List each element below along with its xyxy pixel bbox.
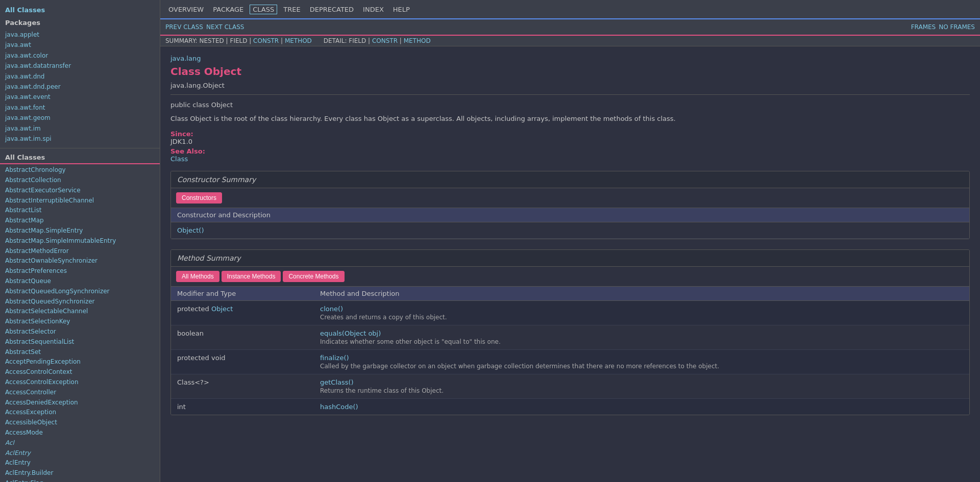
sidebar-class-abstractlist[interactable]: AbstractList [5, 206, 155, 216]
sidebar-class-abstractownablesynchronizer[interactable]: AbstractOwnableSynchronizer [5, 256, 155, 266]
finalize-type: protected void [177, 354, 320, 362]
instance-methods-tab[interactable]: Instance Methods [222, 271, 281, 282]
sidebar-pkg-java-awt-im[interactable]: java.awt.im [5, 123, 155, 134]
sidebar-class-abstractselectionkey[interactable]: AbstractSelectionKey [5, 317, 155, 327]
sidebar-pkg-java-awt-dnd[interactable]: java.awt.dnd [5, 71, 155, 82]
sidebar-class-abstractsequentiallist[interactable]: AbstractSequentialList [5, 337, 155, 347]
finalize-desc: finalize() Called by the garbage collect… [320, 354, 963, 370]
constructors-tab[interactable]: Constructors [176, 192, 222, 204]
sidebar-class-abstractinterruptiblechannel[interactable]: AbstractInterruptibleChannel [5, 196, 155, 206]
equals-sub-desc: Indicates whether some other object is "… [320, 338, 963, 345]
nav-link-overview[interactable]: OVERVIEW [165, 5, 207, 14]
packages-list: java.appletjava.awtjava.awt.colorjava.aw… [0, 29, 160, 145]
col-modifier-header: Modifier and Type [177, 290, 320, 297]
sidebar-class-aclentry[interactable]: AclEntry [5, 458, 155, 468]
sidebar-class-abstractset[interactable]: AbstractSet [5, 347, 155, 358]
constructor-table-header: Constructor and Description [171, 208, 969, 222]
method-summary-link[interactable]: METHOD [285, 37, 312, 44]
sidebar-class-abstractcollection[interactable]: AbstractCollection [5, 175, 155, 186]
sidebar-class-accesscontrolcontext[interactable]: AccessControlContext [5, 367, 155, 377]
sidebar-pkg-java-awt-event[interactable]: java.awt.event [5, 92, 155, 102]
clone-sub-desc: Creates and returns a copy of this objec… [320, 314, 963, 321]
sidebar-class-abstractpreferences[interactable]: AbstractPreferences [5, 266, 155, 276]
main-panel: OVERVIEWPACKAGECLASSTREEDEPRECATEDINDEXH… [160, 0, 980, 482]
sidebar-class-acl[interactable]: Acl [5, 438, 155, 448]
getclass-method-link[interactable]: getClass() [320, 378, 354, 386]
sidebar-class-abstractexecutorservice[interactable]: AbstractExecutorService [5, 186, 155, 196]
summary-navigation: SUMMARY: NESTED | FIELD | CONSTR | METHO… [160, 36, 980, 46]
sidebar-class-accessexception[interactable]: AccessException [5, 408, 155, 418]
nav-link-help[interactable]: HELP [390, 5, 413, 14]
getclass-sub-desc: Returns the runtime class of this Object… [320, 387, 963, 394]
class-title: Class Object [170, 65, 970, 78]
clone-method-link[interactable]: clone() [320, 305, 343, 313]
sidebar-class-accesscontroller[interactable]: AccessController [5, 388, 155, 398]
method-table-header: Modifier and Type Method and Description [171, 287, 969, 301]
second-navigation: PREV CLASS NEXT CLASS FRAMES NO FRAMES [160, 19, 980, 36]
sidebar-class-accessibleobject[interactable]: AccessibleObject [5, 418, 155, 428]
sidebar-class-abstractmap[interactable]: AbstractMap [5, 216, 155, 226]
sidebar-class-abstractmethoderror[interactable]: AbstractMethodError [5, 246, 155, 257]
sidebar-class-abstractchronology[interactable]: AbstractChronology [5, 165, 155, 175]
see-also-label: See Also: [170, 147, 205, 155]
sidebar-pkg-java-awt[interactable]: java.awt [5, 40, 155, 50]
method-summary-title: Method Summary [171, 250, 969, 267]
nav-link-class[interactable]: CLASS [250, 5, 277, 14]
top-navigation: OVERVIEWPACKAGECLASSTREEDEPRECATEDINDEXH… [160, 0, 980, 19]
method-row-clone: protected Object clone() Creates and ret… [171, 301, 969, 325]
sidebar-pkg-java-awt-font[interactable]: java.awt.font [5, 103, 155, 113]
clone-object-link[interactable]: Object [211, 305, 233, 313]
equals-method-link[interactable]: equals(Object obj) [320, 329, 381, 337]
sidebar-class-aclentry-builder[interactable]: AclEntry.Builder [5, 468, 155, 478]
sidebar-all-classes-top[interactable]: All Classes [0, 4, 160, 17]
sidebar-class-aclentry[interactable]: AclEntry [5, 448, 155, 459]
sidebar-class-abstractmap-simpleentry[interactable]: AbstractMap.SimpleEntry [5, 226, 155, 236]
package-breadcrumb[interactable]: java.lang [170, 55, 970, 62]
frames-link[interactable]: FRAMES [911, 23, 936, 31]
finalize-sub-desc: Called by the garbage collector on an ob… [320, 363, 963, 370]
next-class-link[interactable]: NEXT CLASS [206, 23, 244, 31]
sidebar-class-abstractmap-simpleimmutableentry[interactable]: AbstractMap.SimpleImmutableEntry [5, 236, 155, 246]
prev-class-link[interactable]: PREV CLASS [165, 23, 203, 31]
sidebar-class-aclentryflag[interactable]: AclEntryFlag [5, 478, 155, 482]
no-frames-link[interactable]: NO FRAMES [939, 23, 975, 31]
sidebar-pkg-java-awt-geom[interactable]: java.awt.geom [5, 113, 155, 123]
nav-link-tree[interactable]: TREE [280, 5, 303, 14]
class-hierarchy: java.lang.Object [170, 82, 970, 89]
sidebar-class-abstractqueuedsynchronizer[interactable]: AbstractQueuedSynchronizer [5, 297, 155, 307]
sidebar-class-abstractqueue[interactable]: AbstractQueue [5, 276, 155, 287]
hashcode-method-link[interactable]: hashCode() [320, 403, 358, 411]
finalize-method-link[interactable]: finalize() [320, 354, 349, 362]
sidebar-class-abstractqueuedlongsynchronizer[interactable]: AbstractQueuedLongSynchronizer [5, 287, 155, 297]
constr-detail-link[interactable]: CONSTR [372, 37, 398, 44]
main-content: java.lang Class Object java.lang.Object … [160, 46, 980, 482]
constr-summary-link[interactable]: CONSTR [253, 37, 279, 44]
sidebar-class-accessmode[interactable]: AccessMode [5, 428, 155, 438]
constructor-link-1[interactable]: Object() [177, 226, 204, 234]
sidebar-pkg-java-awt-datatransfer[interactable]: java.awt.datatransfer [5, 61, 155, 71]
nav-link-deprecated[interactable]: DEPRECATED [307, 5, 357, 14]
sidebar-pkg-java-awt-color[interactable]: java.awt.color [5, 50, 155, 61]
sidebar-class-abstractselectablechannel[interactable]: AbstractSelectableChannel [5, 307, 155, 317]
method-row-getclass: Class<?> getClass() Returns the runtime … [171, 374, 969, 399]
sidebar-pkg-java-awt-dnd-peer[interactable]: java.awt.dnd.peer [5, 82, 155, 92]
sidebar-class-acceptpendingexception[interactable]: AcceptPendingException [5, 357, 155, 367]
nav-link-index[interactable]: INDEX [360, 5, 387, 14]
sidebar-class-accessdeniedexception[interactable]: AccessDeniedException [5, 398, 155, 408]
method-row-hashcode: int hashCode() [171, 399, 969, 415]
sidebar-class-abstractselector[interactable]: AbstractSelector [5, 327, 155, 337]
method-detail-link[interactable]: METHOD [404, 37, 431, 44]
all-methods-tab[interactable]: All Methods [176, 271, 219, 282]
constructor-summary-box: Constructor Summary Constructors Constru… [170, 171, 970, 239]
equals-desc: equals(Object obj) Indicates whether som… [320, 329, 963, 345]
sidebar-pkg-java-awt-im-spi[interactable]: java.awt.im.spi [5, 134, 155, 144]
concrete-methods-tab[interactable]: Concrete Methods [283, 271, 344, 282]
sidebar-class-accesscontrolexception[interactable]: AccessControlException [5, 377, 155, 388]
sidebar-all-classes-mid[interactable]: All Classes [0, 151, 160, 163]
nav-link-package[interactable]: PACKAGE [210, 5, 247, 14]
see-also-value[interactable]: Class [170, 155, 188, 163]
method-summary-box: Method Summary All Methods Instance Meth… [170, 249, 970, 415]
class-description: Class Object is the root of the class hi… [170, 114, 970, 124]
sidebar-pkg-java-applet[interactable]: java.applet [5, 30, 155, 40]
equals-type: boolean [177, 329, 320, 337]
